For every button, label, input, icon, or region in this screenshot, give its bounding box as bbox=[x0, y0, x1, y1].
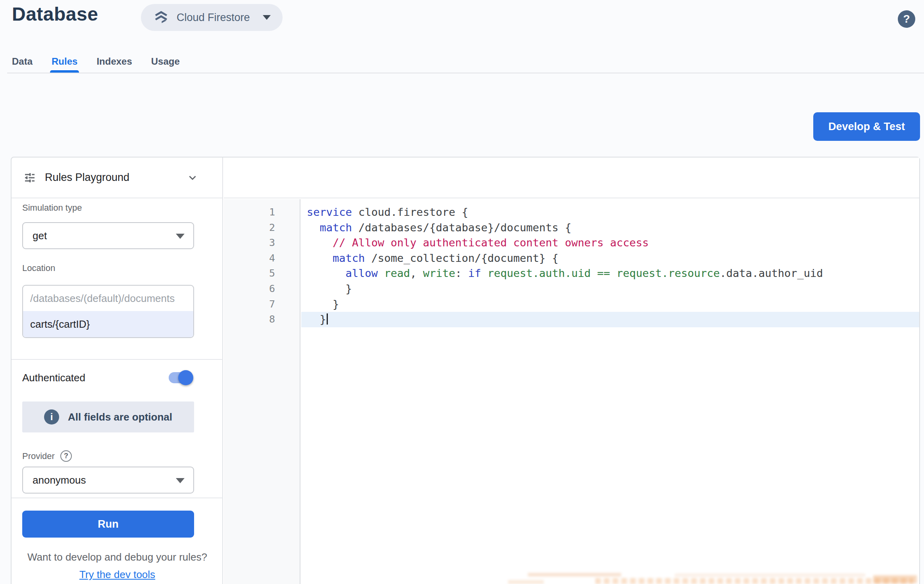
firestore-rules-page: Database Cloud Firestore ? Data Rules In… bbox=[0, 0, 924, 584]
rules-panel: Rules Playground Simulation type get Loc… bbox=[11, 157, 920, 584]
tab-bar-divider bbox=[7, 73, 924, 73]
rules-playground-header[interactable]: Rules Playground bbox=[12, 158, 222, 198]
gutter: 12345678 bbox=[224, 199, 300, 584]
code-line[interactable]: } bbox=[301, 281, 919, 297]
code-line[interactable]: } bbox=[301, 297, 919, 312]
info-banner: i All fields are optional bbox=[22, 402, 194, 432]
database-selector-chip[interactable]: Cloud Firestore bbox=[141, 4, 283, 31]
provider-help-icon[interactable]: ? bbox=[60, 450, 72, 462]
tune-icon bbox=[23, 171, 36, 184]
authenticated-label: Authenticated bbox=[22, 372, 85, 384]
develop-test-button[interactable]: Develop & Test bbox=[813, 112, 920, 141]
tab-rules[interactable]: Rules bbox=[52, 50, 77, 73]
rules-editor: 12345678 service cloud.firestore { match… bbox=[224, 158, 919, 584]
tab-indexes[interactable]: Indexes bbox=[96, 50, 132, 73]
location-placeholder: /databases/(default)/documents bbox=[23, 286, 193, 311]
tab-bar: Data Rules Indexes Usage bbox=[12, 50, 180, 73]
run-button[interactable]: Run bbox=[22, 511, 194, 538]
provider-row: Provider ? bbox=[22, 450, 72, 462]
tab-data[interactable]: Data bbox=[12, 50, 33, 73]
provider-label: Provider bbox=[22, 451, 55, 461]
simulation-type-select[interactable]: get bbox=[22, 222, 194, 249]
code-editor[interactable]: 12345678 service cloud.firestore { match… bbox=[224, 199, 919, 584]
collapse-chevron-icon[interactable] bbox=[187, 172, 198, 184]
location-value[interactable]: carts/{cartID} bbox=[23, 311, 193, 337]
code-line[interactable]: // Allow only authenticated content owne… bbox=[301, 235, 919, 251]
location-label: Location bbox=[22, 263, 55, 273]
authenticated-toggle[interactable] bbox=[169, 372, 192, 383]
rules-playground-sidebar: Rules Playground Simulation type get Loc… bbox=[12, 158, 223, 584]
code-line[interactable]: match /some_collection/{document} { bbox=[301, 251, 919, 266]
divider bbox=[12, 498, 223, 498]
code-line[interactable]: service cloud.firestore { bbox=[301, 205, 919, 220]
divider bbox=[12, 359, 223, 360]
line-number: 1 bbox=[224, 205, 300, 220]
line-number: 5 bbox=[224, 266, 300, 281]
simulation-type-label: Simulation type bbox=[22, 203, 82, 213]
devtools-link[interactable]: Try the dev tools bbox=[12, 569, 223, 581]
devtools-question: Want to develop and debug your rules? bbox=[12, 551, 223, 563]
caret-down-icon bbox=[176, 234, 185, 239]
line-number: 7 bbox=[224, 297, 300, 312]
code-line[interactable]: } bbox=[301, 312, 919, 327]
firestore-icon bbox=[153, 9, 169, 26]
editor-toolbar bbox=[224, 158, 919, 198]
line-number: 4 bbox=[224, 251, 300, 266]
caret-down-icon bbox=[176, 478, 185, 483]
toggle-thumb bbox=[178, 370, 193, 385]
line-number: 8 bbox=[224, 312, 300, 327]
text-cursor bbox=[327, 313, 328, 325]
authenticated-row: Authenticated bbox=[22, 368, 194, 387]
provider-select[interactable]: anonymous bbox=[22, 467, 194, 494]
code-line[interactable]: allow read, write: if request.auth.uid =… bbox=[301, 266, 919, 281]
help-icon[interactable]: ? bbox=[898, 10, 915, 28]
database-selector-label: Cloud Firestore bbox=[177, 12, 250, 24]
rules-playground-title: Rules Playground bbox=[45, 171, 178, 184]
chevron-down-icon bbox=[263, 15, 271, 20]
code-line[interactable]: match /databases/{database}/documents { bbox=[301, 220, 919, 236]
page-title: Database bbox=[12, 3, 98, 25]
location-input[interactable]: /databases/(default)/documents carts/{ca… bbox=[22, 285, 194, 338]
line-number: 6 bbox=[224, 281, 300, 297]
info-banner-text: All fields are optional bbox=[68, 411, 172, 423]
code-lines[interactable]: service cloud.firestore { match /databas… bbox=[301, 199, 919, 584]
line-number: 3 bbox=[224, 235, 300, 251]
line-number: 2 bbox=[224, 220, 300, 236]
tab-usage[interactable]: Usage bbox=[151, 50, 180, 73]
info-icon: i bbox=[44, 409, 59, 425]
